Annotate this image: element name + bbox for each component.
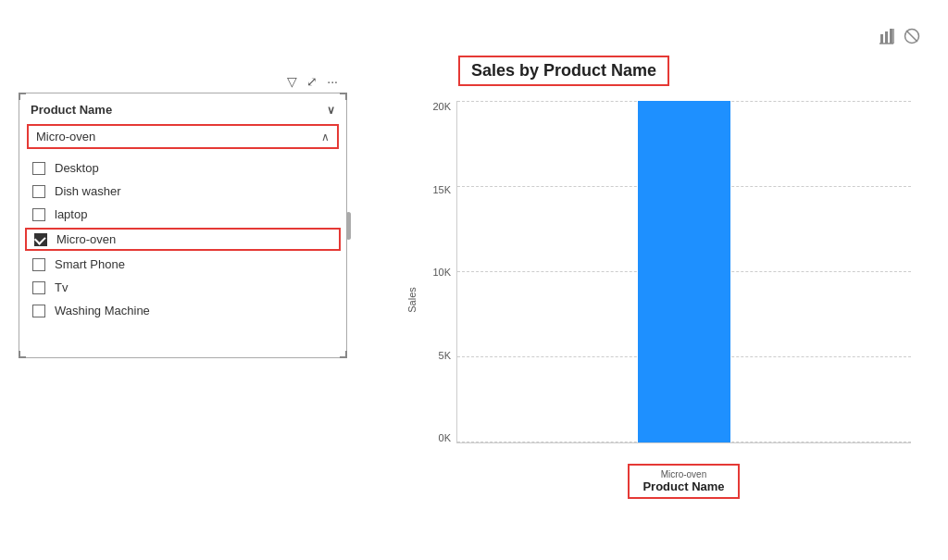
y-label-20k: 20K bbox=[432, 101, 451, 112]
y-label-5k: 5K bbox=[439, 350, 451, 361]
chart-plot-area bbox=[456, 101, 911, 443]
y-label-10k: 10K bbox=[432, 267, 451, 278]
search-value: Micro-oven bbox=[36, 130, 95, 143]
y-label-15k: 15K bbox=[432, 184, 451, 195]
checkbox-desktop[interactable] bbox=[32, 162, 45, 175]
list-item-selected[interactable]: Micro-oven bbox=[25, 228, 341, 251]
bar-microoven bbox=[638, 101, 730, 442]
chart-title: Sales by Product Name bbox=[458, 56, 669, 86]
filter-header: Product Name ∨ bbox=[19, 97, 346, 120]
item-label: Tv bbox=[55, 280, 68, 294]
filter-header-label: Product Name bbox=[31, 103, 112, 117]
checkbox-dishwasher[interactable] bbox=[32, 185, 45, 198]
list-item[interactable]: Dish washer bbox=[19, 180, 346, 203]
list-item[interactable]: Tv bbox=[19, 276, 346, 299]
y-axis: 20K 15K 10K 5K 0K bbox=[418, 101, 451, 443]
block-icon[interactable] bbox=[904, 28, 920, 48]
x-axis-label-container: Micro-oven Product Name bbox=[456, 464, 911, 499]
expand-icon[interactable]: ⤢ bbox=[306, 74, 318, 89]
search-box[interactable]: Micro-oven ∧ bbox=[27, 124, 339, 149]
item-label: laptop bbox=[55, 207, 87, 221]
checkbox-smartphone[interactable] bbox=[32, 258, 45, 271]
filter-icon[interactable]: ▽ bbox=[287, 74, 297, 89]
search-chevron-icon[interactable]: ∧ bbox=[321, 131, 330, 143]
checkbox-washingmachine[interactable] bbox=[32, 305, 45, 317]
list-item[interactable]: Desktop bbox=[19, 156, 346, 180]
checkbox-microoven[interactable] bbox=[34, 233, 47, 246]
svg-rect-1 bbox=[885, 31, 888, 44]
filter-box: Product Name ∨ Micro-oven ∧ Desktop Dish… bbox=[19, 93, 347, 358]
svg-rect-0 bbox=[880, 34, 883, 44]
header-chevron-icon[interactable]: ∨ bbox=[327, 104, 335, 117]
y-axis-title: Sales bbox=[406, 287, 418, 313]
x-axis-label-box: Micro-oven Product Name bbox=[628, 464, 739, 499]
list-item[interactable]: Washing Machine bbox=[19, 299, 346, 322]
item-label: Micro-oven bbox=[56, 232, 116, 246]
svg-line-6 bbox=[906, 31, 917, 42]
filter-toolbar: ▽ ⤢ ··· bbox=[19, 74, 347, 89]
item-label: Dish washer bbox=[55, 184, 121, 198]
y-label-0k: 0K bbox=[439, 432, 451, 443]
x-label-product-name-line2: Product Name bbox=[642, 479, 724, 493]
filter-panel: ▽ ⤢ ··· Product Name ∨ Micro-oven ∧ bbox=[19, 74, 347, 541]
item-label: Smart Phone bbox=[55, 257, 125, 271]
bars-container bbox=[457, 101, 911, 442]
more-options-icon[interactable]: ··· bbox=[327, 74, 338, 89]
item-label: Washing Machine bbox=[55, 304, 150, 317]
item-label: Desktop bbox=[55, 161, 99, 175]
x-label-product-name-line1: Micro-oven bbox=[642, 469, 724, 479]
svg-rect-2 bbox=[890, 29, 892, 44]
list-item[interactable]: laptop bbox=[19, 203, 346, 226]
checkbox-tv[interactable] bbox=[32, 281, 45, 294]
checkbox-laptop[interactable] bbox=[32, 208, 45, 221]
items-list: Desktop Dish washer laptop Micro-oven bbox=[19, 153, 346, 326]
bar-chart-icon[interactable] bbox=[879, 28, 896, 48]
list-item[interactable]: Smart Phone bbox=[19, 253, 346, 276]
chart-icons bbox=[879, 28, 920, 48]
chart-panel: Sales by Product Name Sales 20K 15K 10K … bbox=[384, 19, 929, 541]
